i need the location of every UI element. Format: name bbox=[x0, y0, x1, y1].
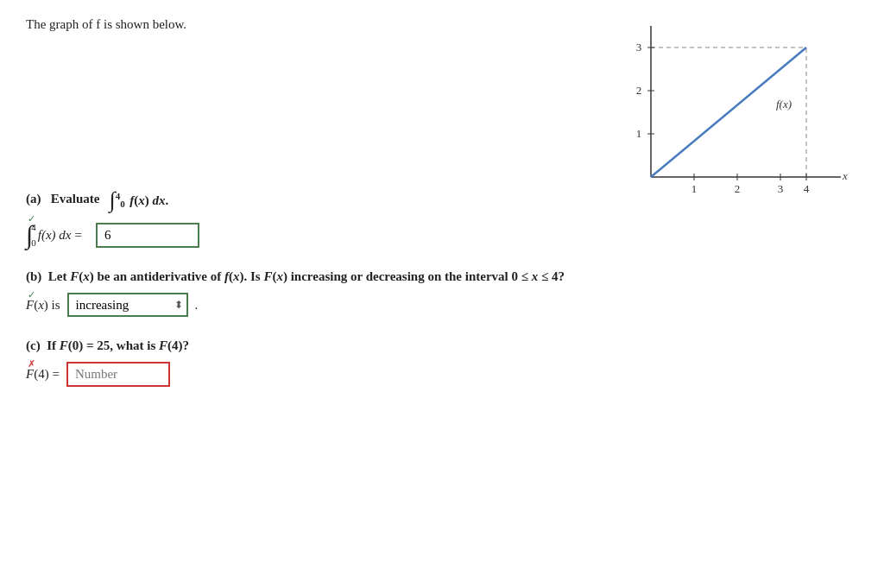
svg-text:3: 3 bbox=[636, 41, 642, 54]
function-graph: 1 2 3 1 2 3 4 x f(x) bbox=[608, 17, 858, 216]
period: . bbox=[195, 298, 199, 313]
part-a-input[interactable] bbox=[96, 223, 199, 248]
part-c: (c) If F(0) = 25, what is F(4)? ✗ F(4) = bbox=[26, 338, 858, 387]
part-b-checkmark: ✓ bbox=[28, 289, 35, 300]
svg-text:2: 2 bbox=[735, 182, 741, 195]
part-b-answer-row: ✓ F(x) is increasing decreasing ⬍ . bbox=[26, 293, 858, 317]
svg-line-4 bbox=[651, 47, 806, 177]
graph-container: 1 2 3 1 2 3 4 x f(x) bbox=[608, 17, 858, 219]
part-a-question: Evaluate bbox=[51, 192, 100, 205]
part-b: (b) Let F(x) be an antiderivative of f(x… bbox=[26, 269, 858, 317]
increasing-dropdown[interactable]: increasing decreasing bbox=[67, 293, 188, 317]
svg-text:1: 1 bbox=[636, 127, 642, 140]
svg-text:3: 3 bbox=[778, 182, 784, 195]
part-c-question: If F(0) = 25, what is F(4)? bbox=[43, 338, 189, 352]
part-c-checkmark: ✗ bbox=[28, 358, 35, 370]
part-b-question: Let F(x) be an antiderivative of f(x). I… bbox=[45, 269, 565, 283]
svg-text:x: x bbox=[842, 169, 848, 182]
dropdown-wrapper: increasing decreasing ⬍ bbox=[67, 293, 188, 317]
part-c-answer-row: ✗ F(4) = bbox=[26, 362, 858, 387]
part-c-input[interactable] bbox=[66, 362, 170, 387]
svg-text:4: 4 bbox=[804, 182, 810, 195]
part-a-checkmark: ✓ bbox=[28, 213, 35, 224]
svg-text:1: 1 bbox=[691, 182, 698, 195]
svg-text:2: 2 bbox=[636, 84, 642, 97]
part-c-label: (c) If F(0) = 25, what is F(4)? bbox=[26, 338, 858, 353]
part-a-answer-row: ✓ ∫ 4 0 f(x) dx = bbox=[26, 222, 858, 248]
part-b-label: (b) Let F(x) be an antiderivative of f(x… bbox=[26, 269, 858, 284]
svg-text:f(x): f(x) bbox=[776, 98, 792, 111]
